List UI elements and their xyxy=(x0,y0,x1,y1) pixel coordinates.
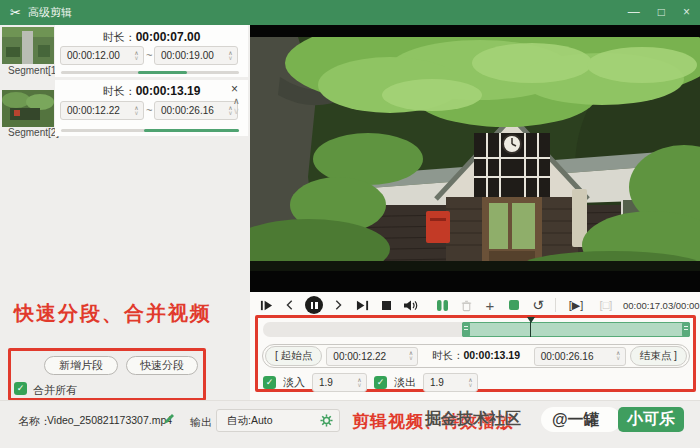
segment-2-move-up-button[interactable]: ∧ xyxy=(233,97,240,106)
segments-panel: Segment[1] Segment[2] 时长：00:00:07.00 00:… xyxy=(0,25,250,400)
spinner[interactable]: ∧∨ xyxy=(224,51,237,61)
segment-2-thumbnail[interactable] xyxy=(2,90,54,127)
timeline-selection[interactable] xyxy=(462,322,690,337)
green-square-icon xyxy=(508,299,520,311)
trim-end-input[interactable]: 00:00:26.16 ∧∨ xyxy=(534,347,626,366)
mark-out-button[interactable]: [□] xyxy=(593,295,619,315)
video-frame-image xyxy=(250,37,700,271)
segment-1-duration: 时长：00:00:07.00 xyxy=(55,30,248,45)
app-title: 高级剪辑 xyxy=(28,5,72,20)
fade-in-label: 淡入 xyxy=(283,375,305,390)
stop-button[interactable] xyxy=(376,295,396,315)
watermark-community: 掘金技术社区 xyxy=(425,409,521,430)
divider xyxy=(555,298,556,312)
segment-1-start-input[interactable]: 00:00:12.00 ∧∨ xyxy=(60,46,144,65)
segment-2-close-button[interactable]: × xyxy=(231,83,238,95)
time-display: 00:00:17.03/00:00:26.16 xyxy=(623,300,700,311)
skip-end-button[interactable] xyxy=(352,295,372,315)
skip-end-icon xyxy=(356,299,369,312)
trash-icon xyxy=(460,299,473,312)
video-preview[interactable] xyxy=(250,25,700,292)
mark-in-icon: [▶] xyxy=(569,299,584,312)
merge-all-label: 合并所有 xyxy=(33,383,77,398)
merge-all-checkbox[interactable]: ✓ xyxy=(14,382,27,395)
segment-1-thumbnail[interactable] xyxy=(2,27,54,64)
window-controls: — □ × xyxy=(628,0,690,25)
app-window: ✂ 高级剪辑 — □ × Segment[1] Segment[2] xyxy=(0,0,700,448)
check-icon: ✓ xyxy=(377,378,385,387)
reset-button[interactable]: ↺ xyxy=(528,295,548,315)
annotation-left-title: 快速分段、合并视频 xyxy=(14,300,212,327)
segment-1-label: Segment[1] xyxy=(8,65,59,76)
close-button[interactable]: × xyxy=(683,0,690,25)
chevron-right-icon xyxy=(332,299,344,311)
split-icon xyxy=(436,299,449,312)
segment-2-duration: 时长：00:00:13.19 xyxy=(55,84,248,99)
segment-1-card: 时长：00:00:07.00 00:00:12.00 ∧∨ ~ 00:00:19… xyxy=(55,25,248,77)
add-button[interactable]: + xyxy=(480,295,500,315)
segment-2-end-input[interactable]: 00:00:26.16 ∧∨ xyxy=(154,101,238,120)
segment-2-range-fill xyxy=(144,129,239,132)
reset-icon: ↺ xyxy=(532,297,544,313)
spinner[interactable]: ∧∨ xyxy=(353,378,366,388)
segment-1-range-bar xyxy=(61,71,239,74)
quick-split-button[interactable]: 快速分段 xyxy=(126,356,198,375)
volume-button[interactable] xyxy=(400,295,420,315)
skip-start-button[interactable] xyxy=(256,295,276,315)
split-button[interactable] xyxy=(432,295,452,315)
range-separator: ~ xyxy=(146,49,152,61)
playhead-line xyxy=(530,322,532,337)
add-segment-button[interactable]: 新增片段 xyxy=(44,356,118,375)
range-separator: ~ xyxy=(146,104,152,116)
trim-start-input[interactable]: 00:00:12.22 ∧∨ xyxy=(326,347,418,366)
mark-in-button[interactable]: [▶] xyxy=(563,295,589,315)
segment-2-start-input[interactable]: 00:00:12.22 ∧∨ xyxy=(60,101,144,120)
check-icon: ✓ xyxy=(266,378,274,387)
output-select[interactable]: 自动:Auto xyxy=(216,409,340,432)
selection-start-handle[interactable] xyxy=(462,322,470,337)
spinner[interactable]: ∧∨ xyxy=(130,106,143,116)
bottom-bar: 名称： Video_250821173307.mp4 输出： 自动:Auto 剪… xyxy=(0,400,700,448)
fade-out-input[interactable]: 1.9 ∧∨ xyxy=(423,373,478,392)
fade-controls: ✓ 淡入 1.9 ∧∨ ✓ 淡出 1.9 ∧∨ xyxy=(263,373,478,392)
selection-end-handle[interactable] xyxy=(682,322,690,337)
pause-button[interactable] xyxy=(304,295,324,315)
spinner[interactable]: ∧∨ xyxy=(404,351,417,361)
speaker-icon xyxy=(403,299,418,312)
spinner[interactable]: ∧∨ xyxy=(130,51,143,61)
fade-out-checkbox[interactable]: ✓ xyxy=(374,376,387,389)
set-end-point-button[interactable]: 结束点 ] xyxy=(630,346,687,366)
chevron-left-icon xyxy=(284,299,296,311)
spinner[interactable]: ∧∨ xyxy=(464,378,477,388)
trim-bar: [ 起始点 00:00:12.22 ∧∨ 时长：00:00:13.19 00:0… xyxy=(262,344,690,368)
segment-1-thumbnail-image xyxy=(2,27,54,64)
step-forward-button[interactable] xyxy=(328,295,348,315)
fade-out-label: 淡出 xyxy=(394,375,416,390)
watermark-handle: @一罐 xyxy=(552,410,600,431)
segment-1-end-input[interactable]: 00:00:19.00 ∧∨ xyxy=(154,46,238,65)
maximize-button[interactable]: □ xyxy=(658,0,665,25)
stop-icon xyxy=(381,300,392,311)
spinner[interactable]: ∧∨ xyxy=(612,351,625,361)
segment-2-thumbnail-image xyxy=(2,90,54,127)
edit-pencil-icon[interactable] xyxy=(163,412,176,425)
title-bar: ✂ 高级剪辑 — □ × xyxy=(0,0,700,25)
minimize-button[interactable]: — xyxy=(628,0,640,25)
mark-out-icon: [□] xyxy=(600,299,613,311)
scissors-icon: ✂ xyxy=(10,6,21,19)
segment-1-range-fill xyxy=(138,71,188,74)
gear-icon[interactable] xyxy=(320,414,333,427)
step-back-button[interactable] xyxy=(280,295,300,315)
timeline-track[interactable] xyxy=(263,322,690,337)
fade-in-input[interactable]: 1.9 ∧∨ xyxy=(312,373,367,392)
snapshot-button[interactable] xyxy=(504,295,524,315)
segment-2-move-down-button[interactable]: ∨ xyxy=(233,107,240,116)
skip-start-icon xyxy=(260,299,273,312)
segment-2-label: Segment[2] xyxy=(8,127,59,138)
pause-icon xyxy=(305,296,323,314)
delete-button[interactable] xyxy=(456,295,476,315)
watermark-badge: 小可乐 xyxy=(618,407,684,432)
file-name: Video_250821173307.mp4 xyxy=(47,414,172,426)
set-start-point-button[interactable]: [ 起始点 xyxy=(265,346,322,366)
fade-in-checkbox[interactable]: ✓ xyxy=(263,376,276,389)
